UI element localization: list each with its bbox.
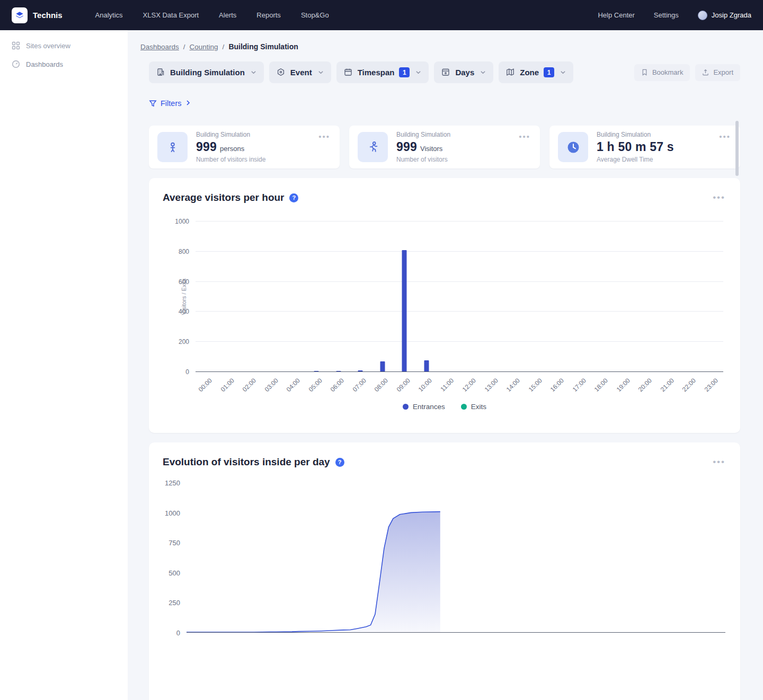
bookmark-button[interactable]: Bookmark	[634, 64, 690, 81]
x-tick-label: 12:00	[459, 372, 482, 398]
bar-chart-xlabels: 00:0001:0002:0003:0004:0005:0006:0007:00…	[196, 372, 723, 398]
scrollbar[interactable]	[735, 121, 739, 176]
y-tick-label: 600	[179, 278, 189, 286]
stat-subtitle: Average Dwell Time	[597, 156, 718, 163]
stat-body: Building Simulation 1 h 50 m 57 s Averag…	[597, 131, 718, 163]
nav-item-alerts[interactable]: Alerts	[219, 11, 236, 19]
breadcrumb-dashboards[interactable]: Dashboards	[140, 43, 179, 51]
stat-value: 1 h 50 m 57 s	[597, 140, 674, 154]
more-menu-icon[interactable]: •••	[718, 132, 732, 141]
bar-slot	[306, 221, 328, 372]
user-menu[interactable]: Josip Zgrada	[698, 11, 751, 20]
main-content: Dashboards / Counting / Building Simulat…	[128, 30, 763, 700]
filter-bar: Building Simulation Event Timespan 1	[149, 61, 740, 83]
x-tick-label: 00:00	[196, 372, 218, 398]
nav-item-xlsx-data-export[interactable]: XLSX Data Export	[143, 11, 199, 19]
legend-label: Exits	[471, 403, 486, 411]
filter-label: Event	[290, 68, 312, 77]
x-tick-label: 16:00	[547, 372, 570, 398]
x-tick-label: 06:00	[327, 372, 350, 398]
filter-timespan[interactable]: Timespan 1	[336, 61, 429, 83]
breadcrumb-counting[interactable]: Counting	[190, 43, 218, 51]
chart-card-evolution: Evolution of visitors inside per day ? •…	[149, 442, 740, 700]
filter-label: Timespan	[358, 68, 395, 77]
stat-subtitle: Number of visitors inside	[196, 156, 317, 163]
bar-slot	[218, 221, 240, 372]
sidebar-item-dashboards[interactable]: Dashboards	[0, 55, 128, 74]
breadcrumb-separator: /	[183, 43, 185, 51]
x-tick-label: 08:00	[371, 372, 394, 398]
layers-icon	[12, 7, 28, 23]
bookmark-icon	[641, 69, 649, 76]
chart-title: Average visitors per hour	[163, 192, 284, 203]
y-tick-label: 200	[179, 338, 189, 345]
y-tick-label: 1000	[175, 218, 189, 225]
chevron-right-icon	[185, 100, 193, 108]
legend-exits[interactable]: Exits	[461, 403, 486, 411]
chart-card-average-visitors: Average visitors per hour ? ••• Visitors…	[149, 178, 740, 433]
nav-item-analytics[interactable]: Analytics	[95, 11, 123, 19]
x-tick-label: 20:00	[635, 372, 658, 398]
building-icon	[156, 68, 165, 77]
bar-slot	[283, 221, 306, 372]
x-tick-label: 09:00	[394, 372, 416, 398]
filter-label: Days	[455, 68, 474, 77]
entrances-bar	[424, 360, 429, 372]
nav-item-reports[interactable]: Reports	[256, 11, 281, 19]
chevron-down-icon	[415, 69, 421, 75]
export-button[interactable]: Export	[695, 64, 740, 81]
nav-right: Help Center Settings Josip Zgrada	[598, 11, 751, 20]
chevron-down-icon	[480, 69, 486, 75]
bar-slot	[350, 221, 372, 372]
stat-unit: Visitors	[420, 145, 442, 153]
nav-item-help-center[interactable]: Help Center	[598, 11, 634, 19]
filter-days[interactable]: Days	[434, 61, 493, 83]
stat-unit: persons	[220, 145, 244, 153]
stat-card-dwell-time: Building Simulation 1 h 50 m 57 s Averag…	[549, 126, 740, 169]
x-tick-label: 17:00	[570, 372, 592, 398]
bar-slot	[239, 221, 262, 372]
legend-entrances[interactable]: Entrances	[403, 403, 445, 411]
x-tick-label: 13:00	[482, 372, 504, 398]
nav-item-settings[interactable]: Settings	[654, 11, 679, 19]
x-tick-label: 10:00	[415, 372, 438, 398]
tag-icon	[277, 68, 286, 77]
nav-item-stop-and-go[interactable]: Stop&Go	[301, 11, 329, 19]
more-menu-icon[interactable]: •••	[712, 193, 726, 202]
x-tick-label: 23:00	[702, 372, 724, 398]
stat-cards: Building Simulation 999 persons Number o…	[149, 126, 740, 169]
more-menu-icon[interactable]: •••	[317, 132, 331, 141]
sidebar-item-sites-overview[interactable]: Sites overview	[0, 37, 128, 55]
more-menu-icon[interactable]: •••	[518, 132, 531, 141]
grid-icon	[12, 41, 21, 50]
help-icon[interactable]: ?	[289, 193, 298, 202]
x-tick-label: 02:00	[239, 372, 262, 398]
bar-slot	[415, 221, 438, 372]
bar-slot	[547, 221, 570, 372]
x-tick-label: 11:00	[438, 372, 460, 398]
bar-slot	[196, 221, 218, 372]
filters-link-label: Filters	[161, 99, 181, 108]
stat-title: Building Simulation	[597, 131, 718, 138]
filter-count-badge: 1	[399, 67, 410, 77]
bar-chart-plot: Visitors / Exits 02004006008001000	[196, 221, 723, 372]
x-tick-label: 18:00	[591, 372, 614, 398]
bar-slot	[438, 221, 460, 372]
stat-body: Building Simulation 999 persons Number o…	[196, 131, 317, 163]
filters-toggle[interactable]: Filters	[149, 99, 193, 108]
y-tick-label: 750	[168, 539, 180, 547]
stat-subtitle: Number of visitors	[396, 156, 518, 163]
brand[interactable]: Technis	[12, 7, 63, 23]
filter-building-simulation[interactable]: Building Simulation	[149, 61, 264, 83]
person-icon	[157, 132, 188, 162]
more-menu-icon[interactable]: •••	[712, 457, 726, 467]
filter-zone[interactable]: Zone 1	[499, 61, 573, 83]
bar-slot	[503, 221, 526, 372]
y-tick-label: 800	[179, 248, 189, 255]
day-icon	[441, 68, 450, 77]
bar-slot	[482, 221, 504, 372]
runner-icon	[358, 132, 388, 162]
help-icon[interactable]: ?	[335, 458, 344, 467]
filter-event[interactable]: Event	[269, 61, 331, 83]
stat-title: Building Simulation	[196, 131, 317, 138]
